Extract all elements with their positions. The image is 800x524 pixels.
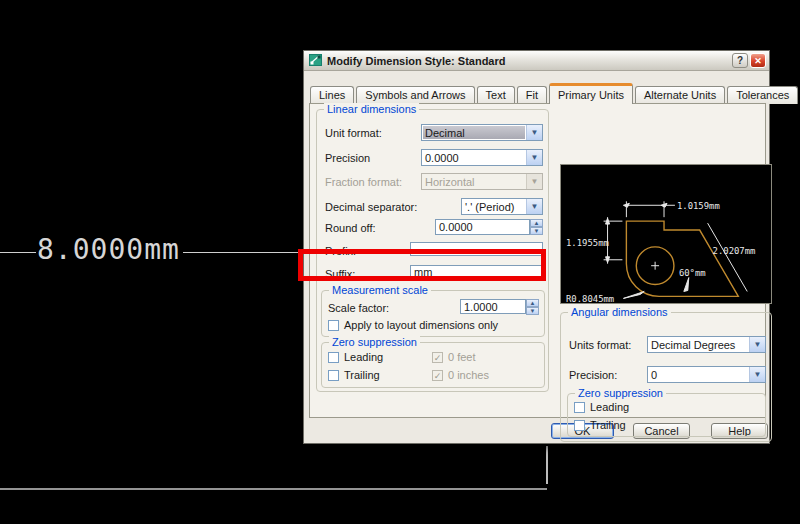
round-off-input[interactable]: 0.0000 [435, 219, 530, 235]
preview-drawing: 1.0159mm 1.1955mm 2.0207mm 60°mm R0.8045… [561, 165, 773, 305]
zero-suppression-title: Zero suppression [329, 336, 420, 348]
chevron-down-icon[interactable]: ▼ [526, 125, 542, 140]
zero-inches-label: 0 inches [448, 369, 489, 381]
tab-fit[interactable]: Fit [517, 86, 547, 104]
linear-zero-suppression-group: Zero suppression Leading Trailing ✓ 0 fe… [321, 342, 545, 388]
chevron-down-icon[interactable]: ▼ [526, 150, 542, 165]
angular-leading-checkbox[interactable]: Leading [574, 401, 629, 413]
leading-label: Leading [344, 351, 383, 363]
trailing-checkbox[interactable]: Trailing [328, 369, 380, 381]
measurement-scale-title: Measurement scale [329, 284, 431, 296]
angular-dimensions-title: Angular dimensions [568, 306, 671, 318]
decimal-separator-label: Decimal separator: [325, 201, 417, 213]
precision-select[interactable]: 0.0000 ▼ [421, 149, 543, 166]
tab-symbols-and-arrows[interactable]: Symbols and Arrows [356, 86, 474, 104]
dimension-line-left [0, 252, 36, 253]
preview-dim-radius: R0.8045mm [566, 294, 614, 304]
chevron-down-icon[interactable]: ▼ [749, 337, 765, 352]
units-format-select[interactable]: Decimal Degrees ▼ [647, 336, 766, 353]
title-bar[interactable]: Modify Dimension Style: Standard ? ✕ [304, 51, 769, 71]
checkbox-box[interactable] [328, 320, 339, 331]
chevron-down-icon[interactable]: ▼ [749, 367, 765, 382]
tab-tolerances[interactable]: Tolerances [727, 86, 798, 104]
angular-precision-select[interactable]: 0 ▼ [647, 366, 766, 383]
highlight-rectangle [298, 249, 546, 281]
preview-dim-top: 1.0159mm [677, 201, 720, 211]
precision-value: 0.0000 [422, 150, 526, 165]
tab-strip: Lines Symbols and Arrows Text Fit Primar… [310, 84, 800, 104]
checkbox-box[interactable] [574, 420, 585, 431]
zero-feet-checkbox: ✓ 0 feet [432, 351, 476, 363]
angular-zero-suppression-group: Zero suppression Leading Trailing [567, 393, 766, 437]
help-icon[interactable]: ? [732, 53, 748, 68]
zero-inches-checkbox: ✓ 0 inches [432, 369, 489, 381]
angular-trailing-label: Trailing [590, 419, 626, 431]
scale-factor-input[interactable]: 1.0000 [460, 299, 526, 314]
fraction-format-value: Horizontal [422, 174, 526, 189]
apply-to-layout-label: Apply to layout dimensions only [344, 319, 498, 331]
drawing-horizontal-line [0, 488, 547, 490]
angular-dimensions-group: Angular dimensions Units format: Decimal… [560, 312, 772, 442]
units-format-value: Decimal Degrees [648, 337, 749, 352]
tab-primary-units[interactable]: Primary Units [549, 83, 633, 104]
checkbox-box[interactable] [328, 352, 339, 363]
unit-format-select[interactable]: Decimal ▼ [421, 124, 543, 141]
units-format-label: Units format: [569, 339, 631, 351]
close-icon[interactable]: ✕ [750, 53, 766, 68]
precision-label: Precision [325, 152, 370, 164]
angular-trailing-checkbox[interactable]: Trailing [574, 419, 626, 431]
spinner-down-icon[interactable]: ▼ [530, 227, 543, 235]
tab-text[interactable]: Text [477, 86, 515, 104]
canvas-dimension-text: 8.0000mm [37, 233, 180, 266]
fraction-format-label: Fraction format: [325, 176, 402, 188]
linear-dimensions-title: Linear dimensions [324, 103, 419, 115]
angular-zero-suppression-title: Zero suppression [575, 387, 666, 399]
dimension-style-icon [309, 54, 323, 67]
preview-dim-angle: 60°mm [679, 268, 706, 278]
modify-dimension-style-dialog: Modify Dimension Style: Standard ? ✕ Lin… [303, 50, 770, 444]
scale-factor-stepper[interactable]: ▲ ▼ [526, 299, 539, 314]
checkbox-box[interactable] [574, 402, 585, 413]
angular-leading-label: Leading [590, 401, 629, 413]
checkbox-box[interactable] [328, 370, 339, 381]
spinner-up-icon[interactable]: ▲ [530, 219, 543, 227]
trailing-label: Trailing [344, 369, 380, 381]
leading-checkbox[interactable]: Leading [328, 351, 383, 363]
scale-factor-value: 1.0000 [464, 301, 498, 313]
spinner-down-icon[interactable]: ▼ [526, 307, 539, 315]
zero-feet-label: 0 feet [448, 351, 476, 363]
dimension-line-right [183, 252, 303, 253]
fraction-format-select: Horizontal ▼ [421, 173, 543, 190]
decimal-separator-select[interactable]: '.' (Period) ▼ [461, 198, 543, 215]
unit-format-label: Unit format: [325, 127, 382, 139]
apply-to-layout-checkbox[interactable]: Apply to layout dimensions only [328, 319, 498, 331]
round-off-label: Round off: [325, 222, 376, 234]
chevron-down-icon: ▼ [526, 174, 542, 189]
spinner-up-icon[interactable]: ▲ [526, 299, 539, 307]
preview-dim-left: 1.1955mm [566, 238, 609, 248]
preview-image: 1.0159mm 1.1955mm 2.0207mm 60°mm R0.8045… [560, 164, 772, 304]
round-off-stepper[interactable]: ▲ ▼ [530, 219, 543, 235]
tab-alternate-units[interactable]: Alternate Units [635, 86, 725, 104]
unit-format-value: Decimal [423, 126, 525, 139]
measurement-scale-group: Measurement scale Scale factor: 1.0000 ▲… [321, 290, 545, 337]
angular-precision-label: Precision: [569, 369, 617, 381]
scale-factor-label: Scale factor: [328, 302, 389, 314]
round-off-value: 0.0000 [439, 221, 473, 233]
angular-precision-value: 0 [648, 367, 749, 382]
decimal-separator-value: '.' (Period) [462, 199, 526, 214]
checkbox-checked-box: ✓ [432, 370, 443, 381]
window-title: Modify Dimension Style: Standard [327, 55, 730, 67]
checkbox-checked-box: ✓ [432, 352, 443, 363]
drawing-vertical-line [546, 446, 548, 484]
chevron-down-icon[interactable]: ▼ [526, 199, 542, 214]
tab-lines[interactable]: Lines [310, 86, 354, 104]
preview-dim-diag: 2.0207mm [713, 246, 756, 256]
